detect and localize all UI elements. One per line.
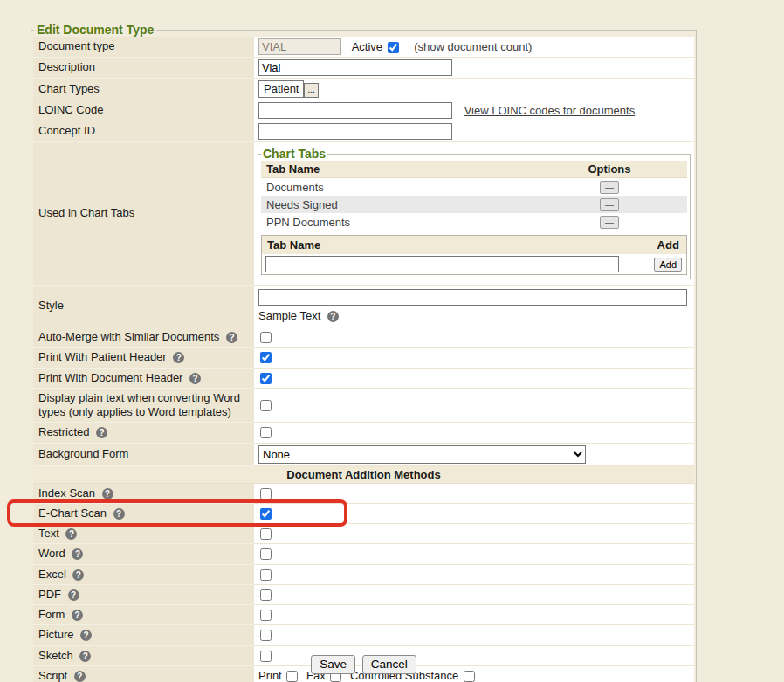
remove-tab-button[interactable]: — bbox=[600, 216, 619, 229]
edit-document-type-page: Edit Document Type Document type Active … bbox=[0, 0, 784, 682]
add-col-add: Add bbox=[650, 236, 687, 255]
row-print-patient-header: Print With Patient Header ? bbox=[33, 348, 694, 368]
row-index-scan: Index Scan ? bbox=[33, 483, 694, 503]
loinc-code-label: LOINC Code bbox=[33, 100, 254, 121]
row-document-type: Document type Active (show document coun… bbox=[33, 37, 694, 58]
row-word: Word ? bbox=[33, 544, 694, 564]
help-icon[interactable]: ? bbox=[65, 528, 77, 540]
edit-document-type-fieldset: Edit Document Type Document type Active … bbox=[31, 23, 697, 682]
pdf-method-label: PDF bbox=[38, 588, 61, 601]
auto-merge-checkbox[interactable] bbox=[260, 332, 272, 343]
form-actions: Save Cancel bbox=[31, 655, 697, 674]
restricted-checkbox[interactable] bbox=[260, 427, 272, 438]
chart-types-browse-button[interactable]: ... bbox=[304, 83, 318, 98]
background-form-select[interactable]: None bbox=[258, 445, 586, 464]
help-icon[interactable]: ? bbox=[327, 311, 339, 322]
index-scan-label: Index Scan bbox=[38, 486, 95, 499]
new-tab-name-input[interactable] bbox=[265, 256, 619, 272]
tab-row: PPN Documents — bbox=[261, 213, 687, 231]
help-icon[interactable]: ? bbox=[72, 610, 83, 621]
row-restricted: Restricted ? bbox=[33, 423, 694, 443]
help-icon[interactable]: ? bbox=[96, 427, 107, 438]
row-echart-scan: E-Chart Scan ? bbox=[33, 503, 694, 523]
form-method-label: Form bbox=[38, 608, 65, 621]
active-checkbox[interactable] bbox=[388, 42, 399, 53]
plain-text-word-checkbox[interactable] bbox=[260, 400, 272, 411]
help-icon[interactable]: ? bbox=[113, 508, 125, 520]
picture-method-label: Picture bbox=[38, 628, 73, 641]
print-patient-header-checkbox[interactable] bbox=[260, 352, 272, 363]
help-icon[interactable]: ? bbox=[189, 373, 201, 384]
row-section-header: Document Addition Methods bbox=[33, 465, 694, 483]
style-label: Style bbox=[33, 286, 254, 327]
row-concept-id: Concept ID bbox=[33, 121, 694, 142]
help-icon[interactable]: ? bbox=[72, 569, 84, 581]
active-label: Active bbox=[352, 40, 382, 53]
add-tab-table: Tab Name Add Add bbox=[261, 235, 687, 275]
print-document-header-checkbox[interactable] bbox=[260, 373, 272, 384]
row-used-in-chart-tabs: Used in Chart Tabs Chart Tabs Tab Name O… bbox=[33, 142, 694, 286]
col-header-tab-name: Tab Name bbox=[261, 161, 532, 178]
add-col-tab-name: Tab Name bbox=[262, 236, 650, 255]
concept-id-input[interactable] bbox=[258, 123, 452, 140]
help-icon[interactable]: ? bbox=[173, 352, 184, 363]
word-method-checkbox[interactable] bbox=[260, 548, 272, 560]
chart-types-label: Chart Types bbox=[33, 79, 254, 100]
sample-text-label: Sample Text bbox=[258, 309, 320, 322]
text-method-checkbox[interactable] bbox=[260, 528, 272, 540]
tab-row: Documents — bbox=[261, 178, 687, 196]
background-form-label: Background Form bbox=[33, 443, 254, 465]
document-type-form-table: Document type Active (show document coun… bbox=[33, 37, 694, 682]
excel-method-checkbox[interactable] bbox=[260, 569, 272, 581]
row-background-form: Background Form None bbox=[33, 443, 694, 465]
help-icon[interactable]: ? bbox=[102, 488, 113, 499]
description-input[interactable] bbox=[258, 59, 452, 76]
form-method-checkbox[interactable] bbox=[260, 610, 272, 621]
show-document-count-link[interactable]: (show document count) bbox=[414, 40, 532, 53]
word-method-label: Word bbox=[38, 547, 65, 560]
col-header-options: Options bbox=[532, 161, 687, 178]
excel-method-label: Excel bbox=[38, 568, 66, 581]
row-chart-types: Chart Types Patient... bbox=[33, 79, 694, 100]
restricted-label: Restricted bbox=[38, 425, 90, 438]
document-addition-methods-header: Document Addition Methods bbox=[33, 465, 694, 483]
save-button[interactable]: Save bbox=[311, 655, 355, 674]
loinc-code-input[interactable] bbox=[258, 102, 452, 119]
row-pdf: PDF ? bbox=[33, 584, 694, 604]
remove-tab-button[interactable]: — bbox=[600, 198, 619, 211]
add-tab-button[interactable]: Add bbox=[654, 258, 682, 272]
help-icon[interactable]: ? bbox=[226, 332, 237, 343]
view-loinc-codes-link[interactable]: View LOINC codes for documents bbox=[464, 104, 636, 117]
row-style: Style Sample Text ? bbox=[33, 286, 694, 327]
index-scan-checkbox[interactable] bbox=[260, 488, 272, 499]
chart-tabs-fieldset: Chart Tabs Tab Name Options Documents — bbox=[258, 147, 691, 279]
row-loinc-code: LOINC Code View LOINC codes for document… bbox=[33, 100, 694, 121]
chart-tabs-table: Tab Name Options Documents — Needs Signe… bbox=[261, 161, 687, 231]
tab-name-cell: PPN Documents bbox=[261, 213, 532, 231]
used-in-chart-tabs-label: Used in Chart Tabs bbox=[33, 142, 254, 286]
row-description: Description bbox=[33, 58, 694, 79]
cancel-button[interactable]: Cancel bbox=[362, 655, 416, 674]
row-picture: Picture ? bbox=[33, 625, 694, 645]
row-text: Text ? bbox=[33, 524, 694, 544]
help-icon[interactable]: ? bbox=[68, 589, 79, 601]
row-excel: Excel ? bbox=[33, 564, 694, 584]
row-print-document-header: Print With Document Header ? bbox=[33, 368, 694, 388]
row-plain-text-word: Display plain text when converting Word … bbox=[33, 388, 694, 423]
echart-scan-checkbox[interactable] bbox=[260, 508, 272, 520]
tab-name-cell: Documents bbox=[261, 178, 532, 196]
row-form: Form ? bbox=[33, 605, 694, 625]
help-icon[interactable]: ? bbox=[72, 548, 83, 560]
echart-scan-label: E-Chart Scan bbox=[38, 506, 107, 520]
tab-row: Needs Signed — bbox=[261, 196, 687, 213]
pdf-method-checkbox[interactable] bbox=[260, 589, 272, 601]
concept-id-label: Concept ID bbox=[33, 121, 254, 142]
auto-merge-label: Auto-Merge with Similar Documents bbox=[38, 330, 219, 343]
help-icon[interactable]: ? bbox=[80, 630, 92, 641]
style-input[interactable] bbox=[258, 289, 687, 306]
plain-text-word-label: Display plain text when converting Word … bbox=[33, 388, 254, 423]
remove-tab-button[interactable]: — bbox=[600, 181, 619, 194]
row-auto-merge: Auto-Merge with Similar Documents ? bbox=[33, 327, 694, 348]
picture-method-checkbox[interactable] bbox=[260, 630, 272, 641]
text-method-label: Text bbox=[38, 527, 59, 540]
